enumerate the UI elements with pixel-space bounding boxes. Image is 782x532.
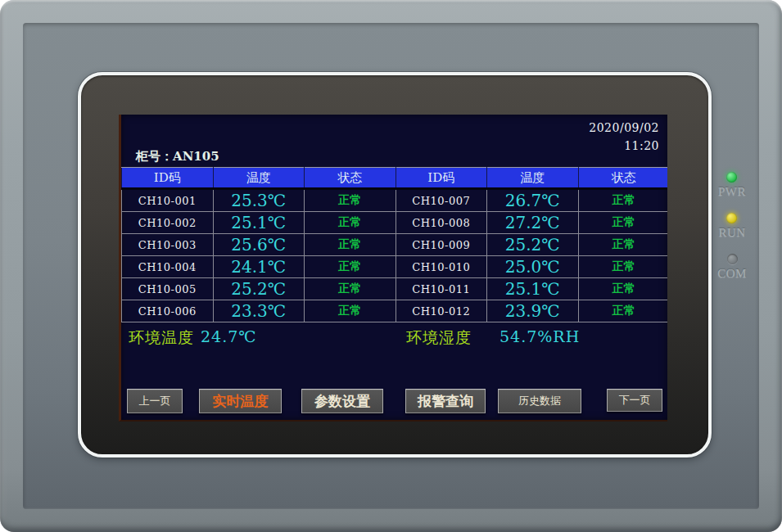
cell-status: 正常 [578,189,667,212]
screen-frame: 2020/09/02 11:20 柜号：AN105 ID码 温度 状态 ID码 … [78,72,712,458]
cell-id: CH10-001 [122,189,214,212]
cell-id: CH10-008 [396,212,487,234]
col-header-id: ID码 [396,168,487,189]
table-row: CH10-001 25.3℃ 正常 CH10-007 26.7℃ 正常 [122,189,668,212]
pwr-led-icon [726,172,737,183]
table-row: CH10-003 25.6℃ 正常 CH10-009 25.2℃ 正常 [122,234,668,256]
run-led-icon [726,213,737,223]
next-page-button[interactable]: 下一页 [607,389,662,412]
cell-temp: 25.1℃ [487,278,579,300]
cell-temp: 25.2℃ [213,278,305,300]
cell-temp: 25.3℃ [213,189,305,212]
pwr-led-label: PWR [718,185,746,199]
ambient-temp-value: 24.7℃ [201,327,257,345]
run-led-label: RUN [718,226,745,240]
cell-status: 正常 [305,212,396,234]
cell-status: 正常 [305,256,396,278]
cell-id: CH10-005 [122,278,214,300]
cell-status: 正常 [578,212,667,234]
ambient-temp-label: 环境温度 [129,327,194,349]
channel-table: ID码 温度 状态 ID码 温度 状态 CH10-001 25.3℃ 正常 CH… [121,167,667,322]
cell-status: 正常 [578,278,667,300]
table-row: CH10-006 23.3℃ 正常 CH10-012 23.9℃ 正常 [122,300,668,322]
led-group-run: RUN [718,213,745,240]
cell-temp: 25.6℃ [213,234,305,256]
ambient-readings: 环境温度 24.7℃ 环境湿度 54.7%RH [121,327,667,350]
cell-id: CH10-003 [122,234,214,256]
realtime-temp-button[interactable]: 实时温度 [199,389,282,413]
history-data-button[interactable]: 历史数据 [498,389,581,413]
cell-id: CH10-004 [122,256,214,278]
cell-status: 正常 [578,256,667,278]
cell-temp: 23.9℃ [487,300,579,322]
com-led-icon [727,254,738,264]
cell-status: 正常 [305,300,396,322]
cell-temp: 27.2℃ [487,212,579,234]
cell-id: CH10-011 [396,278,487,300]
status-led-panel: PWR RUN COM [709,172,755,281]
table-row: CH10-005 25.2℃ 正常 CH10-011 25.1℃ 正常 [122,278,668,300]
alarm-query-button[interactable]: 报警查询 [405,389,486,413]
cell-temp: 26.7℃ [487,189,579,212]
datetime-display: 2020/09/02 11:20 [589,119,659,155]
cell-id: CH10-012 [396,300,487,322]
col-header-temp: 温度 [213,168,305,189]
table-row: CH10-004 24.1℃ 正常 CH10-010 25.0℃ 正常 [122,256,668,278]
table-row: CH10-002 25.1℃ 正常 CH10-008 27.2℃ 正常 [122,212,668,234]
led-group-com: COM [717,254,747,281]
cell-temp: 24.1℃ [213,256,305,278]
cell-temp: 25.1℃ [213,212,305,234]
date-display: 2020/09/02 [589,119,659,137]
lcd-screen: 2020/09/02 11:20 柜号：AN105 ID码 温度 状态 ID码 … [119,115,667,422]
ambient-humidity-label: 环境湿度 [406,327,472,349]
led-group-pwr: PWR [718,172,746,199]
cell-id: CH10-010 [396,256,487,278]
cell-temp: 25.0℃ [487,256,579,278]
cell-id: CH10-007 [396,189,487,212]
cell-temp: 23.3℃ [213,300,305,322]
cell-status: 正常 [305,278,396,300]
table-header-row: ID码 温度 状态 ID码 温度 状态 [122,168,668,189]
device-bezel: 2020/09/02 11:20 柜号：AN105 ID码 温度 状态 ID码 … [0,0,782,532]
cell-status: 正常 [305,234,396,256]
parameter-settings-button[interactable]: 参数设置 [301,389,383,413]
cabinet-label: 柜号：AN105 [136,149,219,165]
col-header-id: ID码 [122,168,214,189]
cell-status: 正常 [578,300,667,322]
time-display: 11:20 [589,137,659,155]
prev-page-button[interactable]: 上一页 [127,389,183,413]
cell-id: CH10-002 [122,212,214,234]
com-led-label: COM [717,267,747,281]
col-header-status: 状态 [578,168,667,189]
cell-status: 正常 [305,189,396,212]
cell-status: 正常 [578,234,667,256]
cell-temp: 25.2℃ [487,234,579,256]
cell-id: CH10-006 [122,300,214,322]
col-header-temp: 温度 [487,168,579,189]
ambient-humidity-value: 54.7%RH [499,327,580,345]
cell-id: CH10-009 [396,234,487,256]
col-header-status: 状态 [305,168,396,189]
